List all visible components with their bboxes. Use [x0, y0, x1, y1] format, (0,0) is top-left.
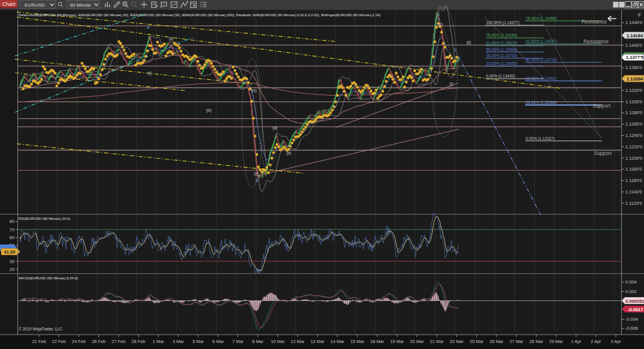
svg-text:20 Mar: 20 Mar	[410, 339, 424, 344]
svg-text:0.002: 0.002	[625, 289, 637, 294]
svg-text:23.60% (1.12964): 23.60% (1.12964)	[526, 100, 557, 105]
svg-text:41.89: 41.89	[4, 249, 16, 255]
svg-text:29 Mar: 29 Mar	[549, 339, 564, 344]
svg-text:1.1200'0: 1.1200'0	[625, 156, 642, 161]
svg-text:ii: ii	[438, 13, 440, 17]
svg-text:19 Mar: 19 Mar	[390, 339, 405, 344]
svg-text:5 Mar: 5 Mar	[193, 339, 204, 344]
svg-text:10 Mar: 10 Mar	[271, 339, 285, 344]
svg-text:(b): (b)	[286, 151, 291, 156]
svg-text:(v): (v)	[254, 171, 259, 176]
svg-text:13 Mar: 13 Mar	[310, 339, 325, 344]
svg-text:1.1240'0: 1.1240'0	[625, 133, 642, 138]
svg-text:30: 30	[10, 259, 14, 264]
svg-text:26 Mar: 26 Mar	[490, 339, 504, 344]
svg-text:(i): (i)	[450, 82, 453, 86]
svg-text:24 Feb: 24 Feb	[72, 339, 86, 344]
svg-text:100.00% (1.14377): 100.00% (1.14377)	[486, 20, 519, 25]
svg-text:7 Mar: 7 Mar	[232, 339, 244, 344]
svg-text:C: C	[438, 17, 441, 22]
svg-text:(c): (c)	[438, 22, 443, 27]
svg-text:MACD(EURUSD (60 Minute),5,34,5: MACD(EURUSD (60 Minute),5,34,5)	[19, 276, 78, 280]
svg-text:26 Feb: 26 Feb	[92, 339, 106, 344]
svg-text:1.1260'0: 1.1260'0	[625, 121, 642, 127]
svg-text:12 Mar: 12 Mar	[290, 339, 305, 344]
svg-text:20: 20	[10, 267, 14, 272]
svg-text:1.1120'0: 1.1120'0	[625, 201, 642, 206]
svg-text:(iii): (iii)	[206, 108, 212, 113]
svg-text:27 Mar: 27 Mar	[510, 339, 524, 344]
svg-text:0.004: 0.004	[625, 279, 637, 285]
svg-text:1.1140'0: 1.1140'0	[625, 189, 642, 195]
svg-text:1 Apr: 1 Apr	[571, 339, 582, 344]
svg-text:1.1377'5: 1.1377'5	[626, 55, 643, 60]
svg-text:2 Apr: 2 Apr	[591, 339, 601, 344]
svg-text:0.00% (1.13430): 0.00% (1.13430)	[486, 74, 515, 79]
svg-text:Chart: Chart	[2, 1, 16, 7]
svg-text:15 Mar: 15 Mar	[351, 339, 365, 344]
svg-text:A: A	[147, 25, 150, 29]
svg-text:B: B	[256, 178, 258, 183]
svg-text:3 Apr: 3 Apr	[610, 339, 621, 344]
svg-text:50.00% (1.13904): 50.00% (1.13904)	[486, 47, 517, 52]
svg-text:60 Minute: 60 Minute	[70, 2, 91, 8]
svg-text:1.1300'0: 1.1300'0	[625, 99, 642, 105]
svg-text:(i): (i)	[148, 71, 152, 76]
svg-text:28 Feb: 28 Feb	[131, 339, 145, 344]
svg-text:61.80% (1.14047): 61.80% (1.14047)	[526, 39, 557, 44]
svg-text:28 Mar: 28 Mar	[529, 339, 544, 344]
svg-text:76.40% (1.14154): 76.40% (1.14154)	[486, 33, 517, 38]
svg-text:27 Feb: 27 Feb	[112, 339, 125, 344]
svg-text:(ii): (ii)	[466, 40, 471, 45]
svg-text:38.20% (1.13792): 38.20% (1.13792)	[486, 53, 517, 58]
svg-text:1.1400'0: 1.1400'0	[625, 43, 642, 48]
svg-text:76.40% (1.14454): 76.40% (1.14454)	[526, 16, 557, 21]
svg-text:(iv): (iv)	[251, 88, 256, 93]
svg-text:HeikenAshi8(EURUSD (60 Minute): HeikenAshi8(EURUSD (60 Minute)), EMA(EUR…	[19, 13, 381, 17]
svg-text:1.1220'0: 1.1220'0	[625, 144, 642, 150]
svg-text:-0.004: -0.004	[625, 317, 638, 322]
svg-text:14 Mar: 14 Mar	[331, 339, 345, 344]
svg-text:F: F	[638, 12, 641, 18]
svg-text:-0.0017: -0.0017	[628, 307, 643, 312]
svg-text:38.20% (1.13391): 38.20% (1.13391)	[526, 76, 557, 81]
svg-text:(a): (a)	[272, 126, 277, 130]
svg-text:1 Mar: 1 Mar	[152, 339, 164, 344]
svg-text:1.1180'0: 1.1180'0	[625, 166, 642, 172]
svg-text:22 Feb: 22 Feb	[52, 339, 66, 344]
svg-text:21 Mar: 21 Mar	[430, 339, 444, 344]
svg-text:Support: Support	[592, 103, 610, 109]
svg-text:80: 80	[10, 219, 14, 224]
svg-text:6 Mar: 6 Mar	[212, 339, 224, 344]
svg-text:1.14184: 1.14184	[627, 33, 643, 38]
svg-text:23.60% (1.13653): 23.60% (1.13653)	[486, 61, 517, 66]
svg-text:© 2019 NinjaTrader, LLC: © 2019 NinjaTrader, LLC	[19, 327, 62, 332]
svg-text:61.80% (1.14015): 61.80% (1.14015)	[486, 41, 517, 46]
svg-text:1.1360'0: 1.1360'0	[625, 65, 642, 70]
svg-text:50.00% (1.13719): 50.00% (1.13719)	[526, 58, 557, 62]
svg-text:0.00% (1.12327): 0.00% (1.12327)	[526, 136, 555, 141]
svg-text:1.13394: 1.13394	[627, 76, 643, 82]
svg-text:(ii): (ii)	[169, 37, 173, 41]
svg-text:0.0000519: 0.0000519	[625, 299, 644, 304]
svg-text:8 Mar: 8 Mar	[252, 339, 263, 344]
svg-text:Resistance: Resistance	[582, 19, 607, 25]
svg-text:25 Mar: 25 Mar	[470, 339, 484, 344]
svg-text:70: 70	[10, 227, 14, 232]
svg-text:1.1440'0: 1.1440'0	[625, 20, 642, 25]
svg-text:1.1160'0: 1.1160'0	[625, 178, 642, 183]
svg-text:-0.006: -0.006	[625, 326, 638, 331]
svg-text:1.1320'0: 1.1320'0	[625, 88, 642, 93]
svg-text:RSI(EURUSD (60 Minute),14,3): RSI(EURUSD (60 Minute),14,3)	[19, 216, 70, 220]
svg-text:60: 60	[10, 235, 14, 240]
svg-text:22 Mar: 22 Mar	[450, 339, 464, 344]
svg-text:3 Mar: 3 Mar	[173, 339, 184, 344]
svg-text:18 Mar: 18 Mar	[370, 339, 385, 344]
svg-text:EURUSD: EURUSD	[25, 2, 45, 8]
svg-text:1.1280'0: 1.1280'0	[625, 110, 642, 115]
svg-text:Support: Support	[594, 150, 612, 156]
svg-text:21 Feb: 21 Feb	[32, 339, 46, 344]
svg-text:Resistance: Resistance	[583, 38, 609, 44]
